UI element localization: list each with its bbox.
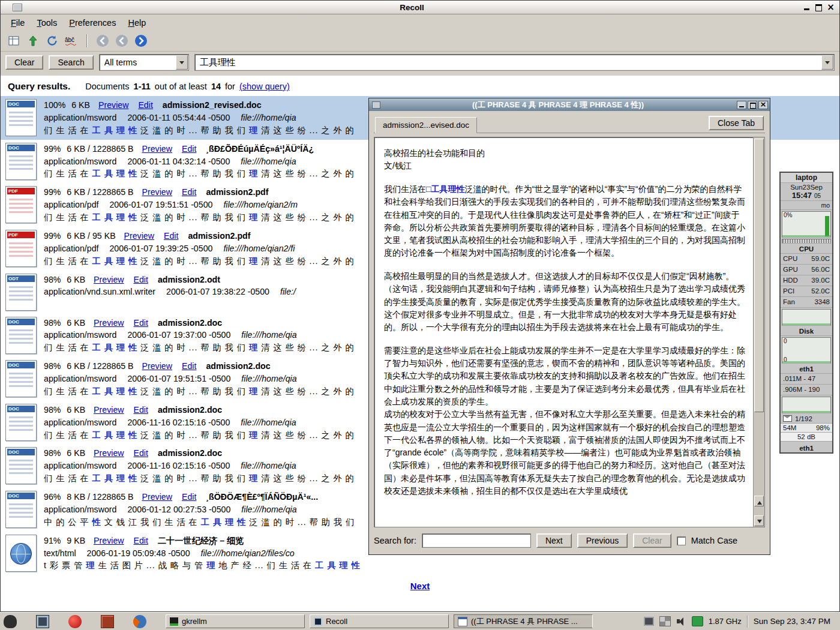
next-page-link[interactable]: Next	[410, 581, 430, 591]
edit-link[interactable]: Edit	[134, 275, 148, 284]
svg-text:âbĉ: âbĉ	[65, 37, 74, 43]
preview-link[interactable]: Preview	[142, 144, 172, 154]
minimize-button[interactable]	[802, 3, 812, 12]
term-explorer-button[interactable]: âbĉ	[63, 33, 80, 49]
close-button[interactable]	[826, 3, 836, 12]
preview-link[interactable]: Preview	[124, 231, 154, 241]
scroll-down-button[interactable]	[754, 515, 764, 526]
result-snippet: 们 生 活 在 工 具 理 性 泛 滥 的 时 ... 帮 助 我 们 理 清 …	[44, 167, 355, 180]
preview-link[interactable]: Preview	[142, 492, 172, 502]
result-size: 6 KB / 1228865 B	[67, 144, 133, 154]
taskbar-task-recoll[interactable]: Recoll	[310, 614, 449, 628]
result-title: ¸ßÐ£ÕÐÉúµÄÉç»á¹¦ÄÜºÍÄ¿	[206, 144, 314, 154]
preview-link[interactable]: Preview	[94, 318, 124, 328]
preview-link[interactable]: Preview	[94, 275, 124, 284]
document-icon	[5, 143, 37, 180]
result-snippet: 们 生 活 在 工 具 理 性 泛 滥 的 时 ... 帮 助 我 们 理 清 …	[44, 124, 355, 137]
edit-link[interactable]: Edit	[134, 405, 148, 415]
preview-link[interactable]: Preview	[94, 448, 124, 458]
taskbar: gkrellm Recoll ((工 PHRASE 4 具 PHRASE ...…	[0, 612, 840, 630]
temp-row: HDD39.0C	[781, 275, 832, 286]
show-query-link[interactable]: (show query)	[239, 82, 290, 91]
maximize-button[interactable]	[814, 3, 824, 12]
keyboard-indicator-icon[interactable]	[644, 617, 654, 626]
query-details-button[interactable]	[5, 33, 22, 49]
find-previous-button[interactable]: Previous	[577, 533, 628, 548]
prev-page-button[interactable]	[113, 33, 130, 49]
taskbar-task-preview[interactable]: ((工 PHRASE 4 具 PHRASE ...	[454, 614, 593, 628]
preview-link[interactable]: Preview	[142, 361, 172, 371]
preview-titlebar[interactable]: ((工 PHRASE 4 具 PHRASE 4 理 PHRASE 4 性))	[369, 98, 770, 111]
taskbar-clock: Sun Sep 23, 3:47 PM	[754, 617, 834, 626]
result-mimetype: application/pdf	[44, 200, 99, 209]
preview-link[interactable]: Preview	[94, 536, 124, 545]
preview-link[interactable]: Preview	[94, 405, 124, 415]
reload-button[interactable]	[44, 33, 61, 49]
preview-link[interactable]: Preview	[98, 100, 128, 110]
preview-maximize-button[interactable]	[748, 101, 757, 109]
scroll-up-button[interactable]	[754, 496, 764, 506]
result-title: admission2.pdf	[206, 187, 268, 197]
window-menu-icon[interactable]	[13, 4, 22, 11]
document-icon	[5, 535, 37, 572]
workspace-grid-icon[interactable]	[659, 616, 671, 626]
result-snippet: 们 生 活 在 工 具 理 性 泛 滥 的 时 ... 帮 助 我 们 理 清 …	[44, 385, 355, 398]
preview-minimize-button[interactable]	[737, 101, 746, 109]
edit-link[interactable]: Edit	[138, 100, 152, 110]
query-history-chevron-icon[interactable]	[821, 55, 833, 70]
preview-tab[interactable]: admission2...evised.doc	[375, 117, 477, 133]
battery-icon	[692, 616, 703, 626]
preview-link[interactable]: Preview	[142, 187, 172, 197]
gkrellm-task-icon	[170, 617, 178, 626]
chevron-down-icon[interactable]	[176, 55, 188, 70]
sort-button[interactable]	[25, 33, 41, 49]
preview-window-menu-icon[interactable]	[372, 101, 380, 109]
edit-link[interactable]: Edit	[134, 448, 148, 458]
find-next-button[interactable]: Next	[536, 533, 572, 548]
back-button[interactable]	[94, 33, 111, 49]
preview-scrollbar[interactable]	[753, 137, 764, 527]
result-title: admission2.doc	[158, 448, 222, 458]
gkrellm-mail-row: 1/192	[781, 415, 832, 424]
preview-search-input[interactable]	[422, 533, 531, 548]
preview-window: ((工 PHRASE 4 具 PHRASE 4 理 PHRASE 4 性)) a…	[368, 98, 770, 555]
match-case-label: Match Case	[691, 536, 737, 545]
media-player-launcher-icon[interactable]	[68, 615, 82, 628]
search-button[interactable]: Search	[49, 55, 93, 70]
result-relevance: 98%	[44, 318, 61, 328]
package-launcher-icon[interactable]	[101, 615, 114, 628]
next-page-button[interactable]	[133, 33, 149, 49]
menu-tools[interactable]: Tools	[31, 16, 62, 29]
search-mode-select[interactable]: All terms	[99, 54, 189, 71]
result-size: 9 KB	[67, 536, 85, 545]
result-size: 6 KB / 1228865 B	[67, 361, 133, 371]
edit-link[interactable]: Edit	[134, 318, 148, 328]
menu-file[interactable]: File	[5, 16, 30, 29]
match-case-checkbox[interactable]	[677, 536, 686, 545]
query-input[interactable]	[195, 58, 821, 68]
document-icon	[5, 186, 37, 223]
edit-link[interactable]: Edit	[182, 144, 196, 154]
edit-link[interactable]: Edit	[134, 536, 148, 545]
scrollbar-thumb[interactable]	[754, 139, 764, 412]
gkrellm-volume-row: 52 dB	[781, 433, 832, 442]
menu-preferences[interactable]: Preferences	[64, 16, 121, 29]
taskbar-task-gkrellm[interactable]: gkrellm	[166, 614, 305, 628]
edit-link[interactable]: Edit	[182, 361, 196, 371]
query-input-wrap	[194, 54, 835, 71]
firefox-launcher-icon[interactable]	[133, 615, 146, 628]
result-mimetype: application/msword	[44, 157, 116, 166]
app-launcher-icon[interactable]	[4, 615, 17, 628]
titlebar[interactable]: Recoll	[1, 1, 839, 14]
volume-icon[interactable]	[676, 617, 686, 626]
clear-button[interactable]: Clear	[5, 55, 43, 70]
edit-link[interactable]: Edit	[182, 187, 196, 197]
edit-link[interactable]: Edit	[164, 231, 178, 241]
terminal-launcher-icon[interactable]	[36, 615, 49, 628]
menu-help[interactable]: Help	[122, 16, 151, 29]
close-tab-button[interactable]: Close Tab	[709, 116, 764, 130]
preview-close-button[interactable]	[758, 101, 768, 109]
find-clear-button[interactable]: Clear	[633, 533, 671, 548]
result-size: 6 KB	[67, 318, 85, 328]
edit-link[interactable]: Edit	[182, 492, 196, 502]
